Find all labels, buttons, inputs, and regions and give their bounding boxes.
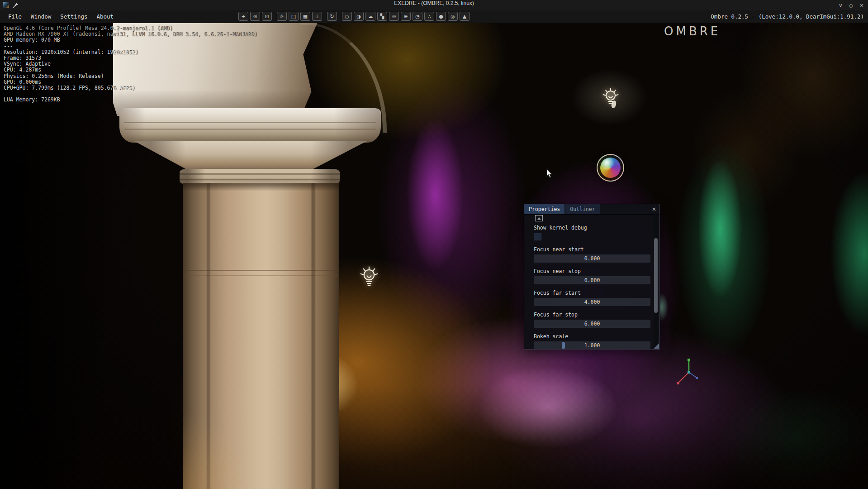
view-axis-gizmo[interactable] [671, 357, 706, 391]
window-title: EXEDRE - (OMBRE, 0.2.5, linux) [0, 0, 868, 10]
toolbar-group: ↻ [327, 12, 337, 21]
scrollbar-thumb[interactable] [654, 238, 658, 313]
focus-far-start-label: Focus far start [534, 290, 650, 296]
ombre-logo: OMBRE [664, 24, 721, 38]
toolbar-group: ☼□▦⊥ [277, 12, 322, 21]
focus-near-stop-value: 0.000 [534, 276, 650, 284]
toolbar-world-globe-button[interactable]: ⊕ [401, 12, 411, 21]
mouse-cursor [545, 168, 554, 178]
focus-far-stop-label: Focus far stop [534, 312, 650, 318]
toolbar-group: ○◑☁▚⊚⊕◔∴●◎▲ [342, 12, 470, 21]
slider-grab[interactable] [562, 342, 565, 349]
focus-near-stop-input[interactable]: 0.000 [534, 276, 650, 284]
panel-body: Show kernel debugFocus near start0.000Fo… [524, 214, 652, 349]
toolbar-material-circle-button[interactable]: ○ [342, 12, 352, 21]
toolbar-material-sphere-button[interactable]: ◑ [354, 12, 364, 21]
scroll-up-indicator[interactable] [535, 215, 543, 221]
debug-overlay: OpenGL 4.6 (Core Profile) Mesa 24.0.2-ma… [4, 25, 257, 103]
world-globe-icon: ⊕ [403, 14, 408, 19]
debug-line: --- [4, 43, 257, 49]
panel-scrollbar[interactable] [654, 214, 658, 348]
frame-select-icon: □ [291, 14, 296, 19]
particles-icon: ∴ [428, 14, 431, 19]
focus-near-stop-label: Focus near stop [534, 268, 650, 274]
toolbar-grid-button[interactable]: ▦ [300, 12, 310, 21]
column-shaft [183, 183, 339, 489]
debug-line: CPU: 4.287ms [4, 67, 257, 73]
show-kernel-debug-checkbox[interactable] [534, 233, 542, 241]
focus-near-start-value: 0.000 [534, 254, 650, 263]
tab-outliner-label: Outliner [570, 206, 595, 212]
sphere-quarter-icon: ◔ [415, 14, 420, 19]
toolbar-render-target-button[interactable]: ◎ [448, 12, 458, 21]
point-light-gizmo-1[interactable] [359, 266, 379, 292]
focus-near-start-input[interactable]: 0.000 [534, 254, 650, 263]
debug-line: GPU memory: 0/0 MB [4, 37, 257, 43]
toolbar-particles-button[interactable]: ∴ [424, 12, 434, 21]
toolbar-pattern-steps-button[interactable]: ▚ [377, 12, 387, 21]
toolbar: +⊛⊡☼□▦⊥↻○◑☁▚⊚⊕◔∴●◎▲ [238, 12, 470, 21]
toolbar-sphere-quarter-button[interactable]: ◔ [413, 12, 422, 21]
tab-properties-label: Properties [529, 206, 560, 212]
sky-cloud-icon: ☁ [368, 14, 373, 19]
column-neck-rings [180, 169, 340, 184]
environment-probe-gizmo[interactable] [597, 154, 624, 182]
toolbar-add-button[interactable]: + [238, 12, 248, 21]
refresh-icon: ↻ [330, 14, 334, 19]
pattern-steps-icon: ▚ [380, 14, 384, 19]
point-light-gizmo-2[interactable] [602, 88, 620, 110]
engine-version-label: Ombre 0.2.5 - (Love:12.0.0, DearImGui:1.… [711, 10, 864, 22]
toolbar-light-button[interactable]: ☼ [277, 12, 287, 21]
scene-viewport[interactable]: OpenGL 4.6 (Core Profile) Mesa 24.0.2-ma… [0, 23, 868, 489]
focus-far-start-value: 4.000 [534, 298, 650, 306]
panel-tabbar: Properties Outliner × [524, 204, 659, 215]
display-icon: ⊡ [265, 14, 269, 19]
toolbar-frame-select-button[interactable]: □ [289, 12, 299, 21]
panel-close-button[interactable]: × [649, 204, 659, 214]
debug-line: Resolution: 1920x1052 (internal: 1920x10… [4, 49, 257, 55]
toolbar-plumb-button[interactable]: ⊥ [312, 12, 322, 21]
debug-line: CPU+GPU: 7.799ms (128.2 FPS, 805.676 AFP… [4, 85, 257, 91]
toolbar-sphere-solid-button[interactable]: ● [436, 12, 446, 21]
sphere-solid-icon: ● [439, 14, 443, 19]
add-icon: + [241, 14, 245, 19]
menu-about[interactable]: About [92, 11, 118, 22]
column-capital-echinus [135, 141, 366, 170]
properties-panel: Properties Outliner × Show kernel debugF… [524, 204, 660, 350]
focus-far-stop-input[interactable]: 6.000 [534, 320, 650, 328]
material-gear-icon: ⊚ [392, 14, 396, 19]
maximize-window-button[interactable]: ◇ [849, 2, 853, 9]
toolbar-sky-cloud-button[interactable]: ☁ [365, 12, 375, 21]
render-target-icon: ◎ [451, 14, 455, 19]
show-kernel-debug-label: Show kernel debug [534, 225, 650, 231]
focus-far-start-input[interactable]: 4.000 [534, 298, 650, 306]
column-capital-abacus [119, 108, 381, 143]
menu-window[interactable]: Window [26, 11, 56, 22]
toolbar-group: +⊛⊡ [238, 12, 272, 21]
settings-icon: ⊛ [253, 14, 257, 19]
focus-far-stop-value: 6.000 [534, 320, 650, 328]
toolbar-display-button[interactable]: ⊡ [262, 12, 272, 21]
menu-settings[interactable]: Settings [56, 11, 92, 22]
light-icon: ☼ [280, 14, 284, 19]
close-window-button[interactable]: × [859, 2, 864, 9]
menubar: FileWindowSettingsAbout +⊛⊡☼□▦⊥↻○◑☁▚⊚⊕◔∴… [0, 10, 868, 23]
tab-outliner[interactable]: Outliner [565, 204, 599, 214]
grid-icon: ▦ [303, 14, 308, 19]
panel-resize-grip[interactable] [654, 343, 659, 349]
debug-line: Physics: 0.256ms (Mode: Release) [4, 73, 257, 79]
toolbar-settings-button[interactable]: ⊛ [250, 12, 260, 21]
bokeh-scale-label: Bokeh scale [534, 334, 650, 340]
titlebar[interactable]: EXEDRE - (OMBRE, 0.2.5, linux) ∨ ◇ × [0, 0, 868, 10]
bokeh-scale-value: 1.000 [534, 341, 650, 349]
tab-properties[interactable]: Properties [524, 204, 564, 214]
focus-near-start-label: Focus near start [534, 247, 650, 253]
toolbar-material-gear-button[interactable]: ⊚ [389, 12, 399, 21]
menu-file[interactable]: File [4, 11, 26, 22]
toolbar-refresh-button[interactable]: ↻ [327, 12, 337, 21]
material-sphere-icon: ◑ [356, 14, 361, 19]
bokeh-scale-input[interactable]: 1.000 [534, 341, 650, 349]
toolbar-cone-primitive-button[interactable]: ▲ [460, 12, 470, 21]
shade-window-button[interactable]: ∨ [839, 2, 843, 9]
debug-line: VSync: Adaptive [4, 61, 257, 67]
